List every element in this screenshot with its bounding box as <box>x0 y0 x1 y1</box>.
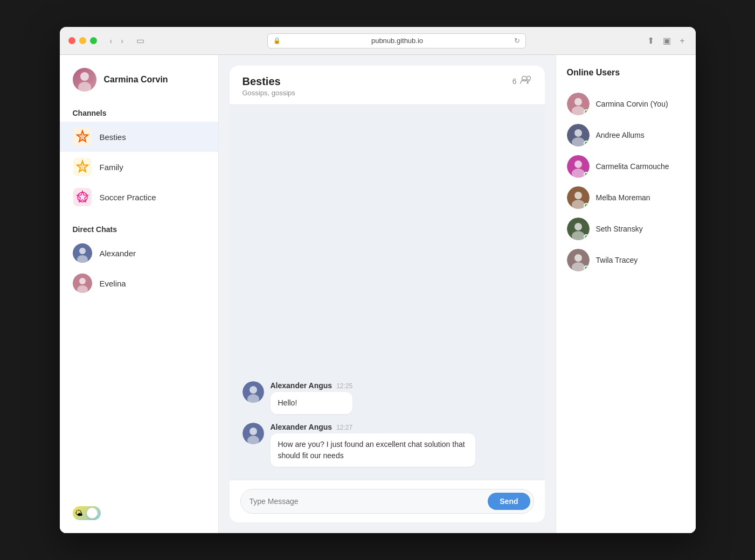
message-bubble-2: How are you? I just found an excellent c… <box>271 433 475 467</box>
evelina-avatar <box>73 274 92 293</box>
online-user-0: Carmina Corvin (You) <box>567 88 685 120</box>
chat-subtitle: Gossips, gossips <box>243 89 295 97</box>
svg-point-18 <box>527 76 530 80</box>
minimize-button[interactable] <box>79 37 86 44</box>
online-avatar-4 <box>567 218 590 240</box>
chat-input-row: Send <box>240 489 534 514</box>
online-indicator-5 <box>584 265 589 271</box>
svg-point-26 <box>574 98 582 106</box>
message-content-1: Alexander Angus 12:25 Hello! <box>271 381 353 414</box>
svg-point-20 <box>250 386 257 394</box>
channel-item-family[interactable]: Family <box>60 152 218 182</box>
chat-input-area: Send <box>230 480 545 522</box>
chat-title: Besties <box>243 75 295 88</box>
traffic-lights <box>68 37 97 44</box>
new-tab-button[interactable]: + <box>677 33 687 48</box>
message-input[interactable] <box>250 497 483 506</box>
svg-point-23 <box>250 428 257 435</box>
svg-point-0 <box>80 72 89 81</box>
online-users-title: Online Users <box>567 68 685 78</box>
nav-buttons: ‹ › <box>107 34 127 47</box>
online-avatar-0 <box>567 93 590 115</box>
user-name: Carmina Corvin <box>104 75 168 85</box>
url-bar-container: 🔒 pubnub.github.io ↻ <box>154 33 639 48</box>
chat-header-info: Besties Gossips, gossips <box>243 75 295 97</box>
maximize-button[interactable] <box>90 37 97 44</box>
channel-item-soccer[interactable]: Soccer Practice <box>60 182 218 212</box>
theme-toggle[interactable]: 🌤 ☁️ <box>73 506 205 520</box>
main-chat: Besties Gossips, gossips 6 <box>219 55 556 533</box>
online-user-4: Seth Stransky <box>567 213 685 244</box>
online-avatar-2 <box>567 155 590 178</box>
online-avatar-3 <box>567 186 590 209</box>
browser-actions: ⬆ ▣ + <box>645 33 687 48</box>
svg-point-38 <box>574 223 582 230</box>
sidebar: Carmina Corvin Channels Besties <box>60 55 219 533</box>
channel-name-family: Family <box>100 163 123 172</box>
browser-window: ‹ › ▭ 🔒 pubnub.github.io ↻ ⬆ ▣ + <box>60 27 696 533</box>
online-user-name-4: Seth Stransky <box>596 225 643 233</box>
chat-header: Besties Gossips, gossips 6 <box>230 66 545 105</box>
online-user-1: Andree Allums <box>567 120 685 151</box>
online-panel: Online Users Carmina Corvin (You) <box>556 55 696 533</box>
besties-icon <box>73 127 92 146</box>
message-avatar-2 <box>243 423 264 444</box>
avatar-image <box>73 68 96 92</box>
back-button[interactable]: ‹ <box>107 34 116 47</box>
message-bubble-1: Hello! <box>271 392 353 414</box>
avatar <box>73 68 96 92</box>
channel-name-besties: Besties <box>100 132 126 142</box>
alexander-avatar <box>73 243 92 263</box>
close-button[interactable] <box>68 37 75 44</box>
online-user-5: Twila Tracey <box>567 244 685 276</box>
online-user-name-0: Carmina Corvin (You) <box>596 100 668 108</box>
online-avatar-1 <box>567 124 590 146</box>
chat-members: 6 <box>512 75 532 87</box>
user-profile: Carmina Corvin <box>60 68 218 104</box>
online-avatar-5 <box>567 249 590 271</box>
chat-container: Besties Gossips, gossips 6 <box>230 66 545 522</box>
lock-icon: 🔒 <box>273 37 281 44</box>
message-time-2: 12:27 <box>336 424 352 431</box>
url-text: pubnub.github.io <box>284 37 511 45</box>
online-user-3: Melba Moreman <box>567 182 685 213</box>
url-bar[interactable]: 🔒 pubnub.github.io ↻ <box>267 33 526 48</box>
message-author-2: Alexander Angus <box>271 423 333 431</box>
online-indicator-0 <box>584 109 589 115</box>
channels-label: Channels <box>60 104 218 122</box>
direct-item-alexander[interactable]: Alexander <box>60 238 218 268</box>
svg-point-29 <box>574 129 582 137</box>
family-icon <box>73 157 92 177</box>
direct-name-alexander: Alexander <box>100 249 136 258</box>
svg-point-41 <box>574 254 582 262</box>
toggle-thumb <box>87 508 98 519</box>
svg-point-15 <box>79 278 86 284</box>
message-header-2: Alexander Angus 12:27 <box>271 423 475 431</box>
send-button[interactable]: Send <box>488 493 530 510</box>
message-group-1: Alexander Angus 12:25 Hello! <box>243 381 532 414</box>
channel-name-soccer: Soccer Practice <box>100 193 156 202</box>
reload-icon[interactable]: ↻ <box>514 37 520 45</box>
browser-titlebar: ‹ › ▭ 🔒 pubnub.github.io ↻ ⬆ ▣ + <box>60 27 696 55</box>
online-indicator-3 <box>584 203 589 208</box>
message-time-1: 12:25 <box>336 382 352 390</box>
sidebar-toggle-button[interactable]: ▭ <box>133 33 148 48</box>
soccer-icon <box>73 187 92 207</box>
online-user-name-3: Melba Moreman <box>596 193 650 202</box>
svg-point-32 <box>574 160 582 168</box>
member-count: 6 <box>512 77 517 86</box>
members-icon <box>520 75 532 87</box>
direct-item-evelina[interactable]: Evelina <box>60 268 218 298</box>
chat-messages: Alexander Angus 12:25 Hello! <box>230 105 545 480</box>
message-content-2: Alexander Angus 12:27 How are you? I jus… <box>271 423 475 467</box>
online-indicator-2 <box>584 172 589 177</box>
svg-point-12 <box>79 248 86 254</box>
toggle-track[interactable]: 🌤 ☁️ <box>73 506 101 520</box>
online-indicator-4 <box>584 234 589 240</box>
message-group-2: Alexander Angus 12:27 How are you? I jus… <box>243 423 532 467</box>
share-button[interactable]: ⬆ <box>645 33 656 48</box>
message-avatar-1 <box>243 381 264 403</box>
duplicate-button[interactable]: ▣ <box>661 33 673 48</box>
forward-button[interactable]: › <box>117 34 127 47</box>
channel-item-besties[interactable]: Besties <box>60 122 218 152</box>
